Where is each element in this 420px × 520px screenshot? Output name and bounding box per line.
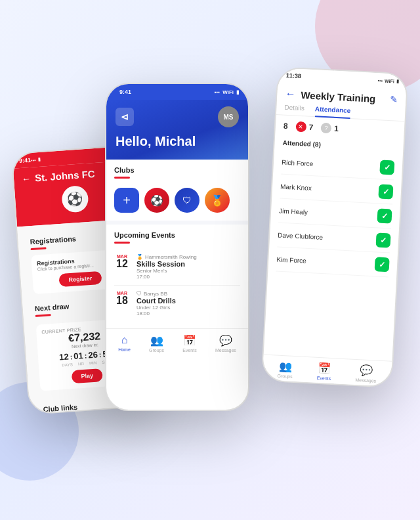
stat-attended: 8 [284, 121, 288, 131]
sep1: : [70, 353, 73, 360]
center-header: ⊲ MS Hello, Michal [106, 100, 248, 160]
nav-messages-label: Messages [215, 348, 236, 353]
messages-icon: 💬 [219, 334, 232, 347]
center-time: 9:41 [119, 89, 131, 95]
back-arrow-right[interactable]: ← [285, 88, 296, 100]
edit-icon[interactable]: ✎ [390, 94, 398, 105]
club-badge-3[interactable]: 🏅 [205, 188, 230, 213]
greeting-text: Hello, Michal [116, 134, 239, 149]
attendee-name-2: Mark Knox [280, 183, 312, 191]
sep3: : [98, 351, 102, 358]
right-bottom-nav: 👥 Groups 📅 Events 💬 Messages [262, 355, 392, 387]
event-item-2[interactable]: Mar 18 🛡 Barrys BB Court Drills Under 12… [114, 286, 240, 322]
countdown-minutes: 26 [88, 349, 98, 360]
home-icon: ⌂ [121, 334, 128, 346]
events-underline [114, 242, 130, 244]
battery-icon-center: ▮ [236, 89, 239, 95]
event-day-1: 12 [114, 259, 130, 269]
tab-attendance[interactable]: Attendance [314, 101, 351, 118]
phone-right: 11:38 ▪▪▪ WiFi ▮ ← Weekly Training ✎ Det… [261, 66, 409, 388]
nav-events[interactable]: 📅 Events [182, 334, 196, 353]
right-nav-events[interactable]: 📅 Events [317, 362, 332, 381]
red-underline-decor [30, 248, 46, 251]
upcoming-events-label: Upcoming Events [114, 231, 240, 239]
clubs-row: + ⚽ 🛡 🏅 [114, 184, 240, 217]
event-club-name-2: 🛡 Barrys BB [136, 291, 240, 297]
club-logo: ⚽ [61, 185, 89, 213]
nav-events-label: Events [182, 348, 196, 353]
event-item-1[interactable]: Mar 12 🏅 Hammersmith Rowing Skills Sessi… [114, 249, 240, 286]
signal-icon-center: ▪▪▪ [215, 89, 220, 95]
sep2: : [84, 352, 87, 360]
club2-icon: 🛡 [182, 195, 192, 206]
battery-icon-right: ▮ [396, 79, 399, 84]
attendee-name-3: Jim Healy [279, 207, 308, 215]
event-club-name-1: 🏅 Hammersmith Rowing [136, 254, 240, 260]
event-date-1: Mar 12 [114, 254, 130, 269]
club-badge-1[interactable]: ⚽ [144, 188, 169, 213]
club1-icon: ⚽ [150, 194, 163, 207]
user-avatar[interactable]: MS [218, 106, 239, 127]
event-time-2: 18:00 [136, 311, 240, 316]
stat-attended-num: 8 [284, 121, 288, 131]
attendance-list: Rich Force ✓ Mark Knox ✓ Jim Healy ✓ Dav… [268, 150, 402, 278]
phones-container: 9:41 ▪▪▪ ▮ ← St. Johns FC ⚽ Registration… [20, 30, 400, 490]
right-groups-icon: 👥 [278, 360, 292, 373]
right-messages-icon: 💬 [360, 364, 373, 377]
events-section: Upcoming Events Mar 12 🏅 Hammersmith Row… [106, 225, 248, 328]
event-time-1: 17:00 [136, 274, 240, 280]
stat-unknown: ? 1 [321, 123, 339, 134]
right-nav-messages[interactable]: 💬 Messages [355, 364, 377, 383]
countdown-hours: 01 [74, 351, 83, 361]
battery-icon: ▮ [37, 157, 41, 162]
club3-icon: 🏅 [211, 194, 224, 207]
center-body: Clubs + ⚽ 🛡 🏅 Upcoming Events [106, 160, 248, 357]
unknown-icon: ? [321, 123, 332, 134]
center-status-bar: 9:41 ▪▪▪ WiFi ▮ [106, 84, 248, 100]
nav-groups[interactable]: 👥 Groups [149, 334, 164, 353]
back-arrow-icon[interactable]: ← [22, 173, 32, 184]
logo-icon: ⊲ [121, 112, 129, 122]
nav-home[interactable]: ⌂ Home [118, 334, 131, 353]
add-club-button[interactable]: + [114, 188, 139, 213]
nav-groups-label: Groups [149, 348, 164, 353]
signal-icon: ▪▪▪ [31, 158, 36, 163]
phone-center: 9:41 ▪▪▪ WiFi ▮ ⊲ MS Hello, Michal Clubs [105, 83, 249, 411]
attendance-row-5: Kim Force ✓ [276, 247, 390, 277]
clubs-underline [114, 177, 130, 179]
attendee-name-1: Rich Force [282, 158, 314, 167]
right-events-label: Events [317, 376, 331, 381]
tab-details[interactable]: Details [284, 100, 305, 116]
event-info-1: 🏅 Hammersmith Rowing Skills Session Seni… [136, 254, 240, 280]
days-label: DAYS [62, 362, 73, 367]
event-date-2: Mar 18 [114, 291, 130, 306]
register-button[interactable]: Register [59, 271, 102, 287]
attendee-name-4: Dave Clubforce [278, 231, 323, 241]
avatar-initials: MS [224, 114, 234, 121]
check-icon-2[interactable]: ✓ [378, 184, 393, 199]
absent-icon: ✕ [295, 121, 306, 133]
min-label: MIN [89, 361, 97, 366]
event-subtitle-2: Under 12 Girls [136, 305, 240, 311]
wifi-icon-center: WiFi [222, 89, 234, 95]
hr-label: HR [78, 362, 84, 366]
club-badge-2[interactable]: 🛡 [175, 188, 200, 213]
events-icon: 📅 [183, 334, 196, 347]
groups-icon: 👥 [150, 334, 163, 347]
check-icon-5[interactable]: ✓ [375, 257, 390, 272]
check-icon-3[interactable]: ✓ [377, 208, 392, 223]
attendee-name-5: Kim Force [276, 255, 306, 264]
countdown-days: 12 [59, 352, 69, 362]
wifi-icon-right: WiFi [385, 78, 394, 83]
signal-icon-right: ▪▪▪ [377, 78, 383, 83]
right-nav-groups[interactable]: 👥 Groups [277, 360, 293, 379]
nav-home-label: Home [118, 347, 131, 352]
right-time: 11:38 [286, 72, 302, 79]
check-icon-4[interactable]: ✓ [375, 232, 390, 248]
event-club-icon-2: 🛡 [136, 291, 142, 297]
check-icon-1[interactable]: ✓ [379, 160, 394, 175]
play-button[interactable]: Play [72, 368, 103, 383]
nav-messages[interactable]: 💬 Messages [215, 334, 236, 353]
event-title-1: Skills Session [136, 260, 240, 268]
app-logo: ⊲ [116, 108, 134, 126]
